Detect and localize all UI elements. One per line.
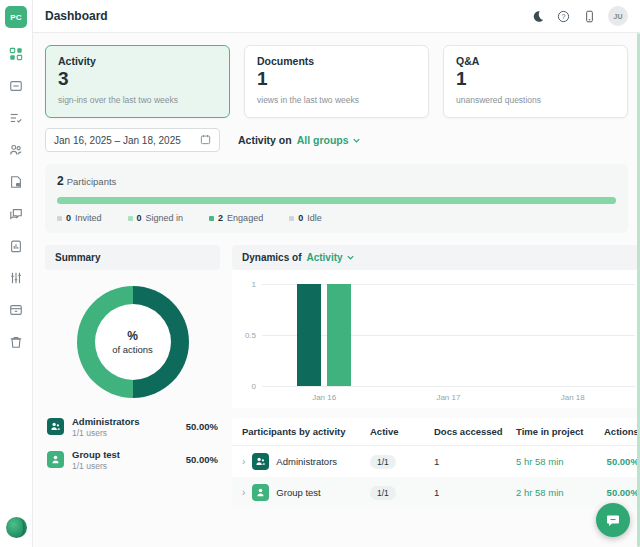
bar-group-jan-18 [511,284,635,386]
group-filter-dropdown[interactable]: All groups [297,134,361,146]
card-value: 3 [58,68,217,90]
actions-percent: 50.00% [604,487,639,498]
table-header: Participants by activity Active Docs acc… [232,418,640,446]
stat-card-documents[interactable]: Documents 1 views in the last two weeks [244,45,429,118]
gridline [262,386,635,387]
secure-document-icon[interactable] [9,174,24,189]
card-value: 1 [456,68,615,90]
users-icon[interactable] [9,142,24,157]
sidebar: PC [0,0,33,547]
qa-chat-icon[interactable] [9,206,24,221]
dynamics-header: Dynamics of Activity [232,245,640,270]
page-title: Dashboard [45,9,108,23]
group-name: Administrators [72,416,140,428]
help-icon[interactable]: ? [556,9,570,23]
table-row-administrators[interactable]: › Administrators 1/1 1 5 hr 58 min 50.00… [232,446,640,477]
chat-button[interactable] [596,503,630,537]
legend-swatch [128,216,133,221]
filter-row: Jan 16, 2025 – Jan 18, 2025 Activity on … [45,128,628,152]
main-content: Activity 3 sign-ins over the last two we… [33,33,640,547]
moon-icon[interactable] [530,9,544,23]
date-range-picker[interactable]: Jan 16, 2025 – Jan 18, 2025 [45,128,220,152]
x-tick: Jan 17 [386,393,510,402]
summary-title: Summary [55,252,101,263]
active-badge: 1/1 [370,455,396,469]
trash-icon[interactable] [9,334,24,349]
summary-header: Summary [45,245,220,270]
x-tick: Jan 18 [511,393,635,402]
card-value: 1 [257,68,416,90]
settings-sliders-icon[interactable] [9,270,24,285]
app-logo[interactable]: PC [5,6,27,28]
dynamics-bar-chart: 1 0.5 0 Jan 16 Jan 17 Jan 18 [232,270,640,408]
chevron-down-icon [352,136,361,145]
bar-group-jan-16 [262,284,386,386]
group-filter-value: All groups [297,134,349,146]
calendar-icon[interactable] [200,134,211,147]
dashboard-icon[interactable] [9,46,24,61]
legend-swatch [57,216,62,221]
dynamics-metric-dropdown[interactable]: Activity [306,252,354,263]
participants-panel: 2Participants 0Invited 0Signed in 2Engag… [45,164,628,233]
chat-icon [605,512,621,528]
donut-center-percent: % [127,329,138,343]
participants-count-value: 2 [57,174,64,188]
bar-group-jan-17 [386,284,510,386]
group-percent: 50.00% [186,421,218,432]
x-tick: Jan 16 [262,393,386,402]
active-badge: 1/1 [370,486,396,500]
card-label: Activity [58,55,217,67]
participants-table: Participants by activity Active Docs acc… [232,418,640,508]
participants-count: 2Participants [57,174,616,188]
mobile-icon[interactable] [582,9,596,23]
legend-engaged: 2Engaged [209,213,263,223]
stat-card-activity[interactable]: Activity 3 sign-ins over the last two we… [45,45,230,118]
col-actions: Actions [604,426,639,437]
group-percent: 50.00% [186,454,218,465]
table-row-group-test[interactable]: › Group test 1/1 1 2 hr 58 min 50.00% [232,477,640,508]
donut-center-caption: of actions [112,344,153,355]
y-tick: 1 [238,280,256,289]
group-test-icon [252,484,269,501]
group-name: Group test [72,449,120,461]
actions-donut-chart: % of actions [77,286,189,398]
dynamics-panel: Dynamics of Activity 1 0.5 0 [232,245,640,408]
stat-card-qa[interactable]: Q&A 1 unanswered questions [443,45,628,118]
documents-icon[interactable] [9,78,24,93]
actions-percent: 50.00% [604,456,639,467]
archive-icon[interactable] [9,302,24,317]
legend-signed-in: 0Signed in [128,213,184,223]
summary-legend-group-test[interactable]: Group test 1/1 users 50.00% [47,449,218,471]
card-caption: unanswered questions [456,95,615,105]
time-in-project: 5 hr 58 min [516,456,604,467]
group-test-icon [47,451,64,468]
y-tick: 0.5 [238,331,256,340]
x-axis-labels: Jan 16 Jan 17 Jan 18 [262,393,635,402]
report-clipboard-icon[interactable] [9,238,24,253]
checklist-icon[interactable] [9,110,24,125]
legend-idle: 0Idle [289,213,322,223]
dynamics-metric-value: Activity [306,252,342,263]
legend-swatch [289,216,294,221]
group-admins-icon [47,418,64,435]
col-participants: Participants by activity [242,426,370,437]
donut-center: % of actions [95,304,171,380]
summary-legend-administrators[interactable]: Administrators 1/1 users 50.00% [47,416,218,438]
svg-text:?: ? [561,12,565,19]
expand-chevron-icon[interactable]: › [242,487,245,498]
expand-chevron-icon[interactable]: › [242,456,245,467]
chevron-down-icon [346,253,355,262]
card-label: Documents [257,55,416,67]
dynamics-title: Dynamics of [242,252,301,263]
bar-group-test [327,284,351,386]
col-docs: Docs accessed [434,426,516,437]
user-avatar[interactable]: JU [608,6,628,26]
legend-swatch [209,216,214,221]
card-label: Q&A [456,55,615,67]
group-admins-icon [252,453,269,470]
dynamics-bars [262,284,635,386]
group-users: 1/1 users [72,428,140,438]
company-logo [6,517,27,538]
group-users: 1/1 users [72,461,120,471]
card-caption: sign-ins over the last two weeks [58,95,217,105]
